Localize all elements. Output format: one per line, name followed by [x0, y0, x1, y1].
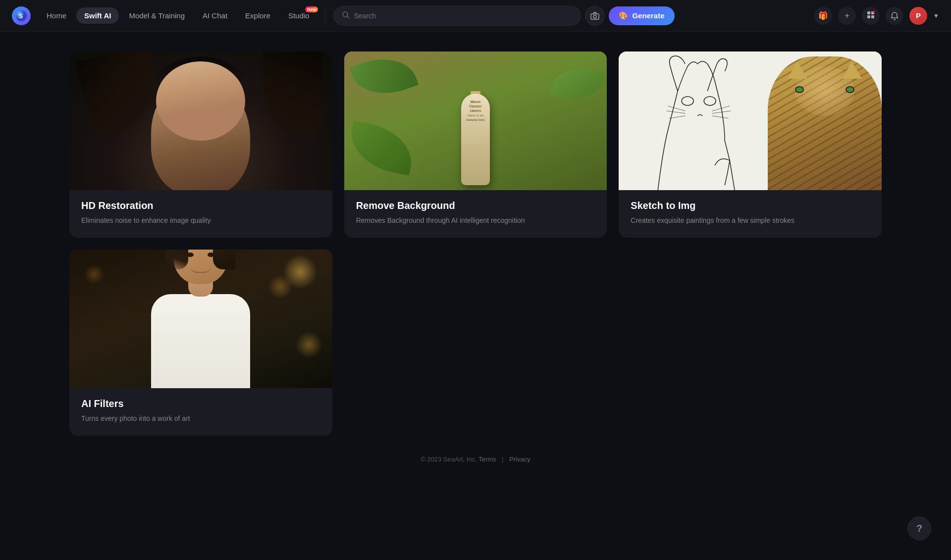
grid-button[interactable]	[862, 7, 880, 25]
card-image-remove-bg: MasonClassicrclassrsVitamin 11 osemoistu…	[344, 51, 607, 190]
svg-rect-6	[867, 11, 870, 14]
footer-divider: |	[502, 456, 503, 463]
card-title-remove-bg: Remove Background	[356, 200, 595, 211]
sketch-overlay	[619, 51, 776, 190]
top-cards-grid: HD Restoration Eliminates noise to enhan…	[69, 51, 882, 238]
search-bar[interactable]	[333, 6, 581, 26]
nav-explore[interactable]: Explore	[237, 7, 278, 24]
card-hd-restoration[interactable]: HD Restoration Eliminates noise to enhan…	[69, 51, 332, 238]
nav-right-section: 🎁 + P ▼	[814, 7, 939, 25]
svg-line-3	[347, 16, 349, 18]
gift-icon-button[interactable]: 🎁	[814, 7, 832, 25]
card-desc-remove-bg: Removes Background through AI intelligen…	[356, 215, 595, 226]
svg-rect-8	[867, 15, 870, 18]
card-title-sketch: Sketch to Img	[631, 200, 870, 211]
studio-new-badge: New	[305, 6, 318, 12]
user-avatar[interactable]: P	[909, 7, 927, 25]
plus-icon: +	[845, 11, 849, 20]
card-info-sketch: Sketch to Img Creates exquisite painting…	[619, 190, 882, 238]
nav-swift-ai[interactable]: Swift AI	[76, 7, 119, 24]
svg-point-5	[593, 15, 596, 18]
card-info-remove-bg: Remove Background Removes Background thr…	[344, 190, 607, 238]
search-input[interactable]	[354, 12, 573, 20]
nav-items: Home Swift AI Model & Training AI Chat E…	[39, 7, 317, 24]
bottom-cards-grid: AI Filters Turns every photo into a work…	[69, 250, 882, 436]
svg-rect-9	[871, 15, 874, 18]
svg-text:S: S	[19, 13, 23, 20]
nav-home[interactable]: Home	[39, 7, 74, 24]
footer-copyright: © 2023 SeaArt, Inc.	[421, 456, 477, 463]
card-ai-filters[interactable]: AI Filters Turns every photo into a work…	[69, 250, 332, 436]
add-button[interactable]: +	[838, 7, 856, 25]
card-title-ai-filters: AI Filters	[81, 398, 320, 409]
bell-icon	[890, 11, 899, 20]
card-sketch-to-img[interactable]: Sketch to Img Creates exquisite painting…	[619, 51, 882, 238]
footer: © 2023 SeaArt, Inc. Terms | Privacy	[69, 436, 882, 473]
card-image-ai-filters	[69, 250, 332, 388]
notification-button[interactable]	[886, 7, 903, 25]
card-desc-ai-filters: Turns every photo into a work of art	[81, 413, 320, 424]
card-image-hd	[69, 51, 332, 190]
svg-rect-4	[591, 14, 599, 19]
card-title-hd: HD Restoration	[81, 200, 320, 211]
svg-point-11	[682, 97, 694, 105]
card-info-hd: HD Restoration Eliminates noise to enhan…	[69, 190, 332, 238]
grid-icon	[867, 11, 875, 21]
card-remove-bg[interactable]: MasonClassicrclassrsVitamin 11 osemoistu…	[344, 51, 607, 238]
help-icon: ?	[916, 523, 922, 534]
avatar-dropdown[interactable]: ▼	[933, 12, 939, 19]
generate-button[interactable]: 🎨 Generate	[609, 6, 674, 25]
help-button[interactable]: ?	[907, 516, 931, 540]
nav-ai-chat[interactable]: AI Chat	[195, 7, 235, 24]
card-image-sketch	[619, 51, 882, 190]
svg-point-12	[704, 97, 716, 105]
card-info-ai-filters: AI Filters Turns every photo into a work…	[69, 388, 332, 436]
nav-model-training[interactable]: Model & Training	[121, 7, 193, 24]
camera-button[interactable]	[585, 6, 605, 26]
navbar: S Home Swift AI Model & Training AI Chat…	[0, 0, 951, 32]
main-content: HD Restoration Eliminates noise to enhan…	[0, 32, 951, 503]
footer-privacy-link[interactable]: Privacy	[509, 456, 530, 463]
card-desc-sketch: Creates exquisite paintings from a few s…	[631, 215, 870, 226]
generate-icon: 🎨	[619, 11, 628, 20]
app-logo[interactable]: S	[12, 6, 31, 25]
search-icon	[342, 11, 350, 21]
nav-studio[interactable]: Studio New	[280, 7, 317, 24]
card-desc-hd: Eliminates noise to enhance image qualit…	[81, 215, 320, 226]
nav-divider	[325, 8, 325, 24]
footer-terms-link[interactable]: Terms	[478, 456, 496, 463]
gift-icon: 🎁	[818, 11, 828, 20]
